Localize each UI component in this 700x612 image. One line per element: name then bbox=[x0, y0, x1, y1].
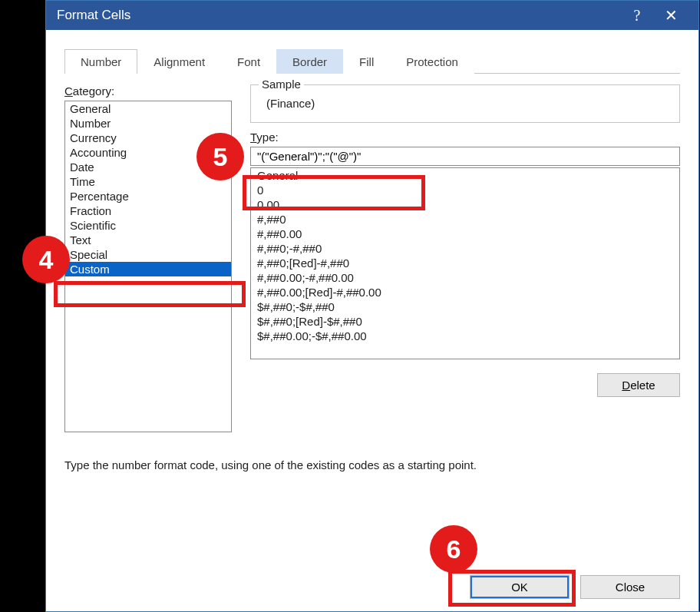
format-item[interactable]: $#,##0.00;-$#,##0.00 bbox=[251, 329, 679, 343]
category-item[interactable]: Percentage bbox=[65, 189, 231, 203]
format-item[interactable]: #,##0;-#,##0 bbox=[251, 241, 679, 256]
formats-listbox[interactable]: General00.00#,##0#,##0.00#,##0;-#,##0#,#… bbox=[250, 167, 680, 359]
right-column: Sample (Finance) Type: General00.00#,##0… bbox=[250, 84, 680, 432]
tab-fill[interactable]: Fill bbox=[343, 49, 390, 74]
category-item[interactable]: Time bbox=[65, 174, 231, 189]
format-item[interactable]: $#,##0;[Red]-$#,##0 bbox=[251, 314, 679, 329]
format-item[interactable]: #,##0;[Red]-#,##0 bbox=[251, 256, 679, 270]
format-item[interactable]: $#,##0;-$#,##0 bbox=[251, 299, 679, 314]
tab-font[interactable]: Font bbox=[221, 49, 276, 74]
tab-border[interactable]: Border bbox=[276, 49, 343, 74]
dialog-title: Format Cells bbox=[57, 8, 620, 23]
category-item[interactable]: Number bbox=[65, 116, 231, 131]
category-item[interactable]: Custom bbox=[65, 262, 231, 276]
category-label: Category: bbox=[64, 84, 232, 98]
main-row: Category: GeneralNumberCurrencyAccountin… bbox=[64, 84, 680, 432]
category-item[interactable]: Special bbox=[65, 247, 231, 262]
delete-button[interactable]: Delete bbox=[597, 373, 680, 397]
format-item[interactable]: #,##0.00 bbox=[251, 227, 679, 241]
sample-group: Sample (Finance) bbox=[250, 84, 680, 123]
type-input[interactable] bbox=[250, 147, 680, 166]
tabs-container: Number Alignment Font Border Fill Protec… bbox=[46, 30, 698, 74]
format-item[interactable]: General bbox=[251, 168, 679, 183]
category-item[interactable]: Text bbox=[65, 233, 231, 247]
close-button[interactable]: Close bbox=[580, 575, 680, 599]
dialog-footer: OK Close bbox=[64, 575, 680, 599]
close-button-x[interactable]: ✕ bbox=[654, 1, 688, 30]
hint-text: Type the number format code, using one o… bbox=[64, 458, 680, 471]
format-item[interactable]: #,##0 bbox=[251, 212, 679, 227]
format-cells-dialog: Format Cells ? ✕ Number Alignment Font B… bbox=[45, 0, 699, 612]
help-button[interactable]: ? bbox=[620, 1, 654, 30]
category-item[interactable]: Scientific bbox=[65, 218, 231, 233]
sample-label: Sample bbox=[259, 78, 304, 91]
delete-row: Delete bbox=[250, 373, 680, 397]
titlebar: Format Cells ? ✕ bbox=[46, 1, 698, 30]
tabs: Number Alignment Font Border Fill Protec… bbox=[64, 48, 680, 74]
format-item[interactable]: 0 bbox=[251, 183, 679, 197]
ok-button[interactable]: OK bbox=[470, 575, 570, 599]
sample-value: (Finance) bbox=[259, 97, 672, 110]
tab-alignment[interactable]: Alignment bbox=[137, 49, 221, 74]
tab-content: Category: GeneralNumberCurrencyAccountin… bbox=[46, 74, 698, 611]
format-item[interactable]: #,##0.00;[Red]-#,##0.00 bbox=[251, 285, 679, 299]
category-item[interactable]: Fraction bbox=[65, 203, 231, 218]
format-item[interactable]: 0.00 bbox=[251, 197, 679, 212]
callout-badge-6: 6 bbox=[430, 525, 477, 573]
tab-protection[interactable]: Protection bbox=[390, 49, 474, 74]
type-label: Type: bbox=[250, 131, 680, 144]
callout-badge-4: 4 bbox=[22, 236, 70, 283]
tab-number[interactable]: Number bbox=[64, 49, 137, 74]
category-item[interactable]: General bbox=[65, 101, 231, 116]
callout-badge-5: 5 bbox=[196, 133, 244, 180]
format-item[interactable]: #,##0.00;-#,##0.00 bbox=[251, 270, 679, 285]
